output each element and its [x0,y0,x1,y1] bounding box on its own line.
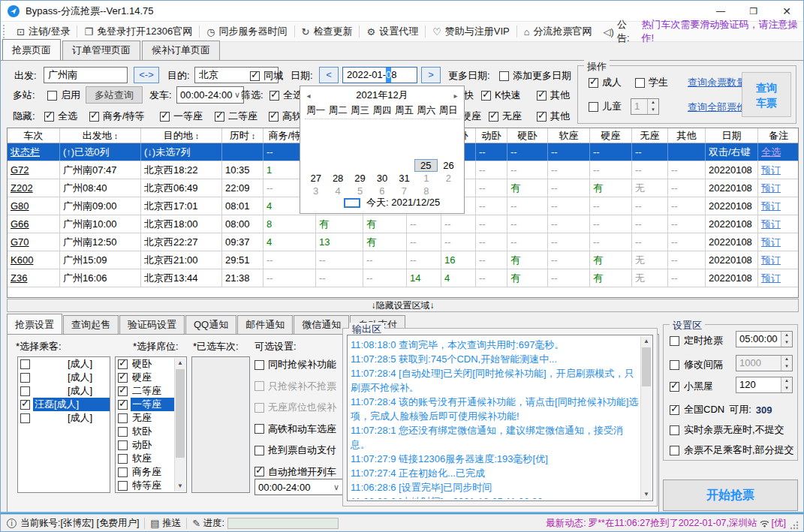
setting-checkbox[interactable] [670,405,679,415]
option-高铁和动车选座[interactable]: 高铁和动车选座 [254,422,336,436]
seat-checkbox[interactable] [118,454,128,464]
seat-checkbox[interactable] [118,359,128,369]
train-code-link[interactable]: K600 [11,254,33,266]
child-option[interactable]: 儿童 [589,100,622,113]
seat-item[interactable]: 商务座 [116,465,175,479]
calendar-day[interactable]: 30 [371,172,393,185]
toolbar-item-2[interactable]: ❐免登录打开12306官网 [77,25,199,38]
today-box[interactable] [344,198,360,208]
train-type-filter-checkbox[interactable] [481,91,491,101]
calendar-day[interactable]: 28 [327,172,348,185]
seat-hide-filter-checkbox[interactable] [215,112,224,122]
seat-checkbox[interactable] [118,373,128,383]
seat-checkbox[interactable] [118,481,128,491]
tab-1[interactable]: 抢票页面 [2,39,61,60]
child-checkbox[interactable] [589,102,598,112]
adult-checkbox[interactable] [589,78,598,88]
passenger-item[interactable]: [成人] [18,357,110,371]
train-code-link[interactable]: Z202 [11,182,33,194]
option-同时抢候补功能[interactable]: 同时抢候补功能 [254,358,336,371]
option-checkbox[interactable] [254,403,264,413]
seat-hide-filter-高软[interactable]: 高软 [269,110,302,123]
calendar-day[interactable]: 25 [414,159,438,172]
book-link[interactable]: 预订 [761,272,781,284]
train-code-link[interactable]: G72 [11,164,29,176]
train-type-filter-K快速[interactable]: K快速 [481,89,521,102]
column-header-备注[interactable]: 备注 [758,128,799,143]
seat-item[interactable]: 硬座 [116,371,175,384]
spin-up-icon[interactable]: ▲ [781,377,792,385]
passenger-item[interactable]: 汪磊[成人] [18,398,110,411]
output-scrollbar[interactable]: ▲▼ [640,336,652,500]
table-cell[interactable]: 全选 [758,143,799,161]
settings-tab-5[interactable]: 邮件通知 [237,315,293,335]
calendar-day[interactable]: 26 [438,159,459,172]
column-header-动卧[interactable]: 动卧 [476,128,507,143]
train-type-filter-checkbox[interactable] [537,91,547,101]
seat-item[interactable]: 软座 [116,452,175,465]
seat-hide-filter-checkbox[interactable] [44,112,54,122]
setting-checkbox[interactable] [670,446,679,455]
scroll-down-icon[interactable]: ▼ [175,481,185,491]
calendar-prev-button[interactable]: ◂ [300,92,317,100]
column-header-历时[interactable]: 历时 ↕ [222,128,263,143]
passenger-item[interactable]: [成人] [18,411,110,425]
scrollbar-thumb[interactable] [642,347,651,386]
train-code-link[interactable]: G66 [11,218,29,230]
column-header-其他[interactable]: 其他 [668,128,706,143]
hide-settings-bar[interactable]: ↓隐藏设置区域↓ [7,299,799,312]
spin-down-icon[interactable]: ▼ [781,385,792,392]
toolbar-item-5[interactable]: ⚙设置代理 [360,25,425,38]
passenger-checkbox[interactable] [20,400,30,410]
seat-hide-filter-checkbox[interactable] [269,112,279,122]
book-link[interactable]: 预订 [761,254,781,266]
seat-hide-filter-checkbox[interactable] [537,112,547,122]
setting-spinner[interactable]: 05:00:00▲▼ [736,331,793,347]
spin-down-icon[interactable]: ▼ [648,107,658,114]
calendar-day[interactable]: 1 [415,172,437,185]
train-code-link[interactable]: G80 [11,200,29,212]
time-range-select[interactable]: 00:00-24:00∨ [254,479,343,495]
setting-checkbox[interactable] [670,425,679,435]
option-自动抢增开列车[interactable]: 自动抢增开列车 [254,465,336,479]
spin-up-icon[interactable]: ▲ [781,332,792,339]
book-link[interactable]: 预订 [761,164,781,176]
book-link[interactable]: 预订 [761,182,781,194]
setting-checkbox[interactable] [670,382,679,392]
passenger-item[interactable]: [成人] [18,371,110,384]
seat-hide-filter-checkbox[interactable] [160,112,170,122]
seat-item[interactable]: 特等座 [116,479,175,492]
adult-option[interactable]: 成人 [589,76,622,89]
spin-down-icon[interactable]: ▼ [781,339,792,347]
column-header-日期[interactable]: 日期 [706,128,758,143]
seat-checkbox[interactable] [118,467,128,477]
seat-hide-filter-无座[interactable]: 无座 [489,110,522,123]
date-next-button[interactable]: > [421,67,441,83]
toolbar-item-6[interactable]: ♡赞助与注册VIP [426,25,516,38]
seat-checkbox[interactable] [118,427,128,437]
book-link[interactable]: 预订 [761,200,781,212]
status-link[interactable]: 状态栏 [11,146,40,158]
spin-up-icon[interactable]: ▲ [648,99,658,107]
column-header-硬卧[interactable]: 硬卧 [507,128,548,143]
spin-down-icon[interactable]: ▼ [781,363,792,371]
calendar-day[interactable]: 27 [305,172,327,185]
seat-checkbox[interactable] [118,413,128,423]
book-link[interactable]: 预订 [761,236,781,248]
tab-2[interactable]: 订单管理页面 [62,41,140,60]
column-header-出发地[interactable]: 出发地 ↕ [60,128,141,143]
child-count-spinner[interactable]: 1▲▼ [631,98,659,115]
train-code-link[interactable]: G70 [11,236,29,248]
setting-checkbox[interactable] [670,360,679,370]
scroll-up-icon[interactable]: ▲ [641,336,652,347]
book-link[interactable]: 预订 [761,218,781,230]
toolbar-item-1[interactable]: ⊡注销/登录 [10,25,77,38]
query-remaining-link[interactable]: 查询余票数量 [688,76,746,89]
settings-tab-4[interactable]: QQ通知 [185,315,236,335]
settings-tab-3[interactable]: 验证码设置 [119,315,185,335]
option-抢到票自动支付[interactable]: 抢到票自动支付 [254,443,336,457]
seat-item[interactable]: 二等座 [116,384,175,398]
column-header-软座[interactable]: 软座 [548,128,590,143]
student-checkbox[interactable] [635,78,645,88]
seat-hide-filter-全选[interactable]: 全选 [44,110,77,123]
